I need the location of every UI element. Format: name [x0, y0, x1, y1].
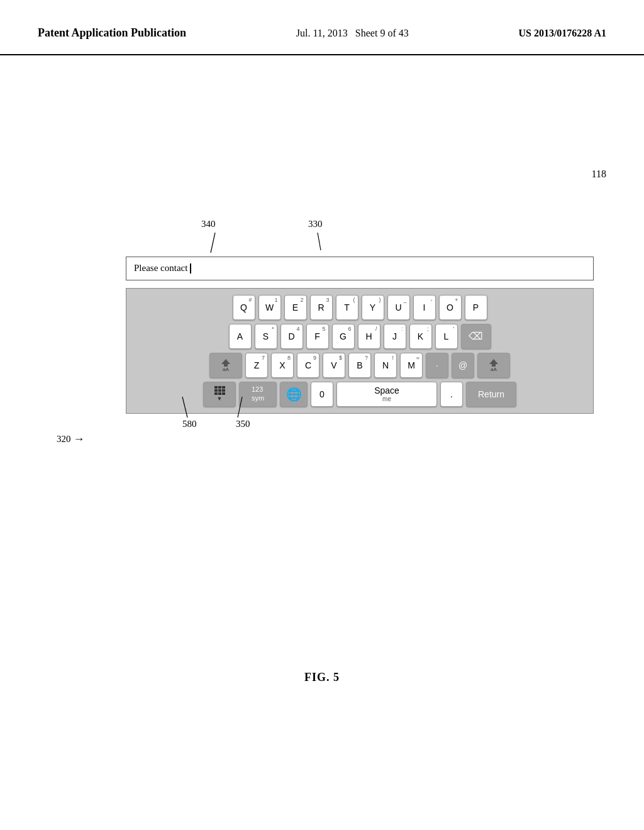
key-m[interactable]: M = [400, 353, 423, 378]
label-350: 350 [236, 419, 250, 429]
callout-area: 340 330 [126, 219, 594, 257]
svg-line-5 [238, 397, 242, 418]
keyboard-row-3: aA Z 7 X 8 C 9 V $ [131, 353, 588, 378]
header-date: Jul. 11, 2013 [296, 28, 348, 38]
key-o[interactable]: O + [439, 295, 462, 320]
key-y[interactable]: Y ) [362, 295, 384, 320]
bottom-labels: 580 350 [126, 419, 594, 444]
text-input-content: Please contact [134, 263, 187, 274]
key-j[interactable]: J : [384, 324, 406, 349]
svg-marker-3 [489, 359, 498, 367]
ref-118-label: 118 [592, 169, 606, 180]
key-t[interactable]: T ( [336, 295, 358, 320]
key-n[interactable]: N ! [374, 353, 397, 378]
key-e[interactable]: E 2 [284, 295, 307, 320]
shift-up-icon [221, 358, 231, 367]
key-l[interactable]: L ' [435, 324, 458, 349]
key-q[interactable]: Q # [233, 295, 255, 320]
label-580: 580 [182, 419, 197, 429]
key-h[interactable]: H / [358, 324, 380, 349]
key-at[interactable]: @ [452, 353, 474, 378]
key-v[interactable]: V $ [323, 353, 345, 378]
svg-line-0 [211, 233, 215, 253]
keyboard-row-1: Q # W 1 E 2 R 3 T ( [131, 295, 588, 320]
key-i[interactable]: I - [413, 295, 436, 320]
shift-up-icon-right [489, 358, 499, 367]
key-z[interactable]: Z 7 [245, 353, 268, 378]
key-shift-left[interactable]: aA [209, 353, 242, 378]
key-f[interactable]: F 5 [306, 324, 329, 349]
keyboard-row-2: A S * D 4 F 5 G 6 H [131, 324, 588, 349]
key-k[interactable]: K ; [409, 324, 432, 349]
ref-320-label: 320→ [57, 433, 85, 446]
header-left-title: Patent Application Publication [38, 25, 186, 41]
key-b[interactable]: B ? [348, 353, 371, 378]
key-w[interactable]: W 1 [258, 295, 281, 320]
key-c[interactable]: C 9 [297, 353, 319, 378]
header-right-patent: US 2013/0176228 A1 [518, 25, 606, 42]
diagram-container: 340 330 320→ Please contact Q [126, 219, 594, 444]
header-center-info: Jul. 11, 2013 Sheet 9 of 43 [296, 25, 409, 42]
key-s[interactable]: S * [255, 324, 277, 349]
key-r[interactable]: R 3 [310, 295, 333, 320]
text-input-bar[interactable]: Please contact [126, 257, 594, 280]
key-dot[interactable]: · [426, 353, 448, 378]
patent-header: Patent Application Publication Jul. 11, … [0, 0, 644, 55]
key-backspace[interactable]: ⌫ [461, 324, 491, 349]
main-content: 118 340 330 320→ Please contact [0, 55, 644, 810]
svg-marker-2 [221, 359, 230, 367]
header-sheet: Sheet 9 of 43 [355, 28, 409, 38]
key-u[interactable]: U _ [387, 295, 410, 320]
key-a[interactable]: A [229, 324, 252, 349]
key-x[interactable]: X 8 [271, 353, 294, 378]
key-g[interactable]: G 6 [332, 324, 355, 349]
svg-line-1 [318, 233, 321, 250]
callout-lines [126, 219, 594, 257]
svg-line-4 [182, 397, 187, 418]
figure-caption: FIG. 5 [304, 671, 340, 684]
key-shift-right[interactable]: aA [477, 353, 510, 378]
cursor [190, 263, 191, 274]
key-p[interactable]: P [465, 295, 487, 320]
key-d[interactable]: D 4 [280, 324, 303, 349]
